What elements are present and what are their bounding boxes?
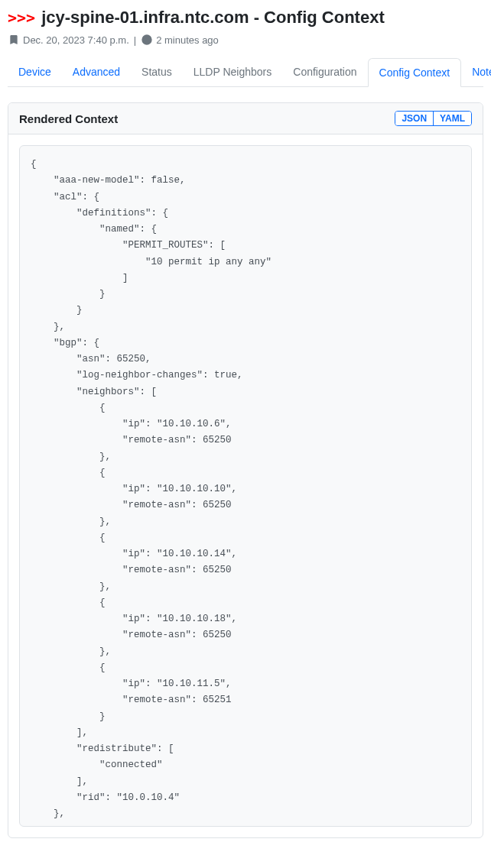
card-body: { "aaa-new-model": false, "acl": { "defi… [8, 134, 483, 837]
format-toggle-group: JSON YAML [395, 111, 472, 126]
yaml-button[interactable]: YAML [433, 112, 471, 125]
rendered-context-card: Rendered Context JSON YAML { "aaa-new-mo… [8, 102, 483, 838]
card-header: Rendered Context JSON YAML [8, 103, 483, 134]
json-button[interactable]: JSON [395, 112, 433, 125]
tab-status[interactable]: Status [131, 58, 183, 86]
meta-separator: | [134, 34, 136, 46]
created-date: Dec. 20, 2023 7:40 p.m. [23, 34, 129, 46]
prompt-icon: >>> [8, 8, 35, 27]
meta-bar: Dec. 20, 2023 7:40 p.m. | 2 minutes ago [8, 34, 483, 46]
card-title: Rendered Context [19, 112, 118, 125]
page-header: >>> jcy-spine-01.infra.ntc.com - Config … [8, 8, 483, 28]
tab-bar: Device Advanced Status LLDP Neighbors Co… [8, 58, 483, 87]
tab-advanced[interactable]: Advanced [62, 58, 131, 86]
tab-notes[interactable]: Notes [461, 58, 491, 86]
bookmark-icon [8, 34, 20, 46]
relative-time: 2 minutes ago [156, 34, 219, 46]
rendered-json-block: { "aaa-new-model": false, "acl": { "defi… [19, 145, 472, 827]
page-title: jcy-spine-01.infra.ntc.com - Config Cont… [41, 8, 385, 28]
tab-device[interactable]: Device [8, 58, 62, 86]
clock-icon [141, 34, 153, 46]
tab-lldp-neighbors[interactable]: LLDP Neighbors [183, 58, 282, 86]
tab-configuration[interactable]: Configuration [282, 58, 367, 86]
tab-config-context[interactable]: Config Context [368, 58, 462, 87]
